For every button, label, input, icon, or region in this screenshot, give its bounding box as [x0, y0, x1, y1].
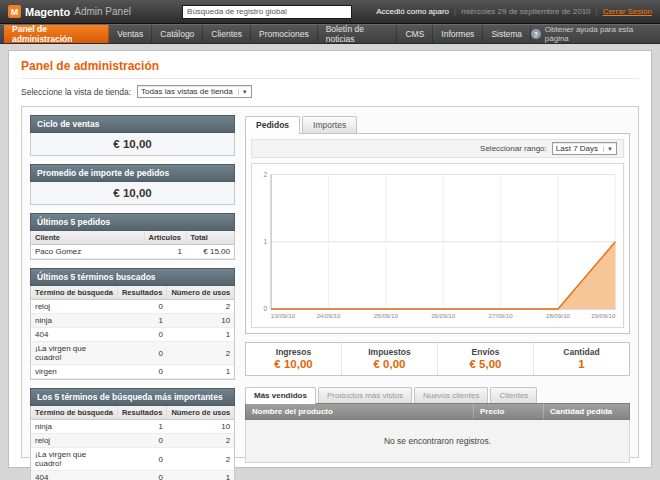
cell: Paco Gomez — [31, 245, 144, 259]
top-search-terms-box: Los 5 términos de búsqueda más important… — [30, 388, 235, 480]
cell: 0 — [117, 328, 166, 342]
stat-label: Cantidad — [534, 347, 629, 357]
tab-mas-vendidos[interactable]: Más vendidos — [245, 387, 316, 404]
table-row[interactable]: 404 0 1 — [31, 471, 234, 480]
top-header: M Magento Admin Panel Accedió como aparo… — [0, 0, 660, 24]
logout-link[interactable]: Cerrar Sesión — [603, 7, 652, 16]
nav-item-dashboard[interactable]: Panel de administración — [4, 25, 109, 43]
table-row[interactable]: ¡La virgen que cuadro! 0 2 — [31, 342, 234, 365]
stat-envios: Envíos € 5,00 — [437, 343, 533, 375]
logo-text: Magento — [25, 6, 70, 18]
cell: ¡La virgen que cuadro! — [31, 342, 117, 365]
help-icon: ? — [531, 29, 541, 39]
separator: | — [454, 7, 456, 16]
col-header: Número de usos — [167, 406, 234, 420]
cell: 2 — [167, 342, 234, 365]
stat-label: Ingresos — [246, 347, 341, 357]
tab-clientes[interactable]: Clientes — [490, 387, 537, 403]
col-header: Resultados — [117, 406, 166, 420]
chevron-down-icon: ▼ — [238, 89, 248, 95]
col-header: Número de usos — [167, 286, 234, 300]
cell: virgen — [31, 365, 117, 379]
tab-productos-mas-vistos[interactable]: Productos más vistos — [318, 387, 412, 403]
table-row[interactable]: Paco Gomez 1 € 15.00 — [31, 245, 234, 259]
top-search-terms-table: Término de búsqueda Resultados Número de… — [31, 406, 234, 480]
nav-item-boletin[interactable]: Boletín de noticias — [318, 25, 398, 43]
svg-text:29/09/10: 29/09/10 — [591, 312, 616, 319]
cell: 2 — [167, 448, 234, 471]
nav-item-ventas[interactable]: Ventas — [109, 25, 152, 43]
nav-item-cms[interactable]: CMS — [397, 25, 433, 43]
nav-item-informes[interactable]: Informes — [433, 25, 483, 43]
average-orders-box: Promedio de importe de pedidos € 10,00 — [30, 164, 235, 205]
tab-importes[interactable]: Importes — [302, 116, 357, 133]
logged-in-as: Accedió como aparo — [376, 7, 449, 16]
last-search-terms-table: Término de búsqueda Resultados Número de… — [31, 286, 234, 379]
stat-value: 1 — [534, 358, 629, 370]
cell: ninja — [31, 420, 117, 434]
nav-item-catalogo[interactable]: Catálogo — [152, 25, 203, 43]
table-row[interactable]: ninja 1 10 — [31, 314, 234, 328]
tab-pedidos[interactable]: Pedidos — [245, 116, 300, 134]
magento-logo: M Magento Admin Panel — [8, 5, 158, 18]
col-header: Cliente — [31, 231, 144, 245]
cell: 0 — [117, 434, 166, 448]
lifetime-sales-value: € 10,00 — [31, 133, 234, 155]
nav-item-sistema[interactable]: Sistema — [483, 25, 531, 43]
table-row[interactable]: ¡La virgen que cuadro! 0 2 — [31, 448, 234, 471]
products-grid: Nombre del producto Precio Cantidad pedi… — [245, 403, 630, 463]
dashboard: Ciclo de ventas € 10,00 Promedio de impo… — [21, 106, 639, 458]
lifetime-sales-box: Ciclo de ventas € 10,00 — [30, 115, 235, 156]
store-view-value: Todas las vistas de tienda — [141, 87, 233, 96]
cell: 0 — [117, 365, 166, 379]
col-header: Término de búsqueda — [31, 406, 117, 420]
tab-nuevos-clientes[interactable]: Nuevos clientes — [414, 387, 488, 403]
chart-panel: Seleccionar rango: Last 7 Days ▼ 01223/0… — [245, 133, 630, 334]
cell: 404 — [31, 328, 117, 342]
svg-text:28/09/10: 28/09/10 — [546, 312, 571, 319]
cell: 1 — [117, 314, 166, 328]
page-help-link[interactable]: ? Obtener ayuda para esta página — [531, 25, 656, 43]
global-search-input[interactable] — [182, 5, 352, 19]
main-nav: Panel de administración Ventas Catálogo … — [0, 24, 660, 44]
col-header: Total — [186, 231, 234, 245]
stat-value: € 10,00 — [246, 358, 341, 370]
cell: reloj — [31, 300, 117, 314]
products-grid-header: Nombre del producto Precio Cantidad pedi… — [245, 403, 630, 420]
logo-subtitle: Admin Panel — [74, 6, 131, 17]
cell: 0 — [117, 342, 166, 365]
range-value: Last 7 Days — [556, 144, 598, 153]
table-row[interactable]: reloj 0 2 — [31, 434, 234, 448]
page-title: Panel de administración — [21, 59, 639, 79]
cell: 0 — [117, 300, 166, 314]
help-label: Obtener ayuda para esta página — [545, 25, 656, 43]
cell: 1 — [167, 328, 234, 342]
store-view-label: Seleccione la vista de tienda: — [21, 87, 131, 97]
stat-value: € 0,00 — [342, 358, 437, 370]
nav-item-promociones[interactable]: Promociones — [251, 25, 318, 43]
table-row[interactable]: 404 0 1 — [31, 328, 234, 342]
nav-items: Panel de administración Ventas Catálogo … — [4, 25, 531, 43]
table-row[interactable]: reloj 0 2 — [31, 300, 234, 314]
store-view-select[interactable]: Todas las vistas de tienda ▼ — [137, 85, 252, 98]
empty-records-message: No se encontraron registros. — [245, 420, 630, 463]
chart-tabs: Pedidos Importes — [245, 115, 630, 133]
table-row[interactable]: virgen 0 1 — [31, 365, 234, 379]
stat-cantidad: Cantidad 1 — [533, 343, 629, 375]
last-orders-title: Últimos 5 pedidos — [30, 213, 235, 231]
cell: 1 — [167, 365, 234, 379]
stat-label: Impuestos — [342, 347, 437, 357]
range-bar: Seleccionar rango: Last 7 Days ▼ — [251, 139, 624, 158]
svg-text:27/09/10: 27/09/10 — [489, 312, 514, 319]
store-view-switcher: Seleccione la vista de tienda: Todas las… — [21, 85, 639, 98]
range-select[interactable]: Last 7 Days ▼ — [552, 142, 617, 155]
cell: 10 — [167, 314, 234, 328]
nav-item-clientes[interactable]: Clientes — [203, 25, 251, 43]
table-row[interactable]: ninja 1 10 — [31, 420, 234, 434]
col-header-producto: Nombre del producto — [246, 404, 474, 419]
cell: reloj — [31, 434, 117, 448]
svg-text:1: 1 — [264, 238, 268, 245]
top-search-terms-title: Los 5 términos de búsqueda más important… — [30, 388, 235, 406]
col-header: Resultados — [117, 286, 166, 300]
cell: ninja — [31, 314, 117, 328]
